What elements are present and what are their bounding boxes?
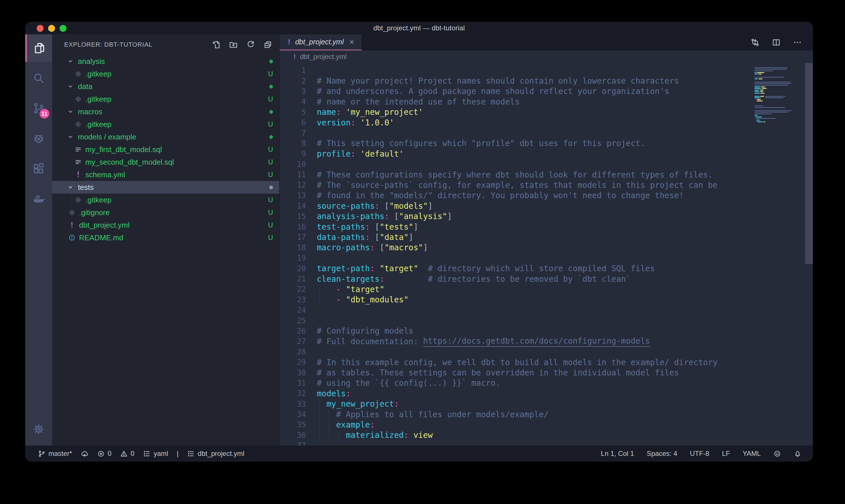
activity-docker-button[interactable]: [25, 185, 52, 212]
close-window-button[interactable]: [37, 25, 43, 32]
git-file-icon: [67, 210, 77, 215]
breadcrumb[interactable]: ! dbt_project.yml: [280, 50, 813, 63]
status-bell[interactable]: [794, 450, 802, 457]
code-line: 23 - "dbt_modules": [280, 295, 813, 305]
tree-item-label: .gitkeep: [85, 70, 111, 78]
status-git-branch[interactable]: master*: [38, 450, 72, 457]
split-editor-icon[interactable]: [772, 38, 781, 47]
tree-folder-macros[interactable]: macros: [52, 105, 279, 118]
line-number: 36: [280, 431, 306, 439]
collapse-folders-icon[interactable]: [263, 40, 272, 49]
status-warning[interactable]: 0: [120, 450, 134, 457]
code-line: 19: [280, 253, 813, 263]
tree-file--gitkeep[interactable]: .gitkeepU: [52, 194, 279, 206]
code-line: 17data-paths: ["data"]: [280, 232, 813, 242]
yaml-warning-icon: !: [67, 221, 77, 229]
activity-run-debug-button[interactable]: [25, 125, 52, 152]
line-number: 37: [280, 441, 306, 446]
tree-file--gitkeep[interactable]: .gitkeepU: [52, 93, 279, 105]
untracked-badge: U: [268, 234, 273, 242]
activity-search-button[interactable]: [25, 65, 52, 92]
indent-guide: [329, 409, 329, 419]
status-list-selection[interactable]: dbt_project.yml: [187, 450, 244, 457]
open-changes-icon[interactable]: [751, 38, 760, 47]
tree-file-readme-md[interactable]: README.mdU: [52, 231, 279, 244]
line-number: 23: [280, 295, 306, 304]
settings-icon: [32, 423, 45, 436]
code-line: 6version: '1.0.0': [280, 118, 813, 128]
line-number: 34: [280, 410, 306, 419]
activity-settings-button[interactable]: [25, 415, 52, 443]
tree-folder-models-example[interactable]: models / example: [52, 130, 279, 143]
status-list-selection[interactable]: yaml: [143, 450, 168, 457]
code-line: 35 example:: [280, 419, 813, 430]
workbench: 11 EXPLORER: DBT-TUTORIAL analysis.gitke…: [25, 34, 813, 446]
line-number: 5: [280, 108, 306, 116]
line-number: 11: [280, 170, 306, 179]
tree-item-label: macros: [78, 107, 102, 116]
tree-file-my-first-dbt-model-sql[interactable]: my_first_dbt_model.sqlU: [52, 143, 279, 156]
status-lf[interactable]: LF: [722, 450, 730, 457]
status-right: Ln 1, Col 1Spaces: 4UTF-8LFYAML: [601, 450, 802, 457]
tab-label: dbt_project.yml: [295, 38, 344, 46]
close-tab-icon[interactable]: ×: [349, 37, 354, 47]
line-number: 25: [280, 317, 306, 325]
extensions-icon: [32, 162, 45, 175]
status-error[interactable]: 0: [97, 450, 111, 457]
explorer-actions: [212, 40, 272, 49]
code-editor[interactable]: 12# Name your project! Project names sho…: [280, 63, 813, 446]
status-yaml[interactable]: YAML: [742, 450, 761, 457]
docker-icon: [32, 192, 45, 205]
title-bar: dbt_project.yml — dbt-tutorial: [25, 22, 813, 34]
line-number: 1: [280, 66, 306, 75]
line-number: 24: [280, 306, 306, 314]
tree-folder-tests[interactable]: tests: [52, 181, 279, 194]
activity-explorer-button[interactable]: [25, 34, 52, 62]
tree-item-label: .gitkeep: [85, 196, 111, 204]
code-line: 9profile: 'default': [280, 149, 813, 159]
code-line: 33 my_new_project:: [280, 399, 813, 409]
refresh-explorer-icon[interactable]: [246, 40, 255, 49]
tree-folder-data[interactable]: data: [52, 80, 279, 93]
status-cloud-upload[interactable]: [81, 450, 89, 457]
folder-dot-badge: [269, 185, 273, 189]
zoom-window-button[interactable]: [59, 25, 67, 32]
line-number: 14: [280, 202, 306, 210]
error-icon: [97, 450, 105, 457]
tree-file-dbt-project-yml[interactable]: !dbt_project.ymlU: [52, 219, 279, 231]
activity-extensions-button[interactable]: [25, 155, 52, 182]
code-line: 37: [280, 440, 813, 446]
tab-bar: ! dbt_project.yml ×: [280, 34, 813, 50]
activity-source-control-button[interactable]: 11: [25, 94, 52, 122]
tree-file-schema-yml[interactable]: !schema.ymlU: [52, 168, 279, 181]
tree-file--gitkeep[interactable]: .gitkeepU: [52, 68, 279, 80]
untracked-badge: U: [268, 196, 273, 204]
chevron-down-icon: [67, 83, 76, 90]
status-smiley[interactable]: [773, 450, 781, 457]
tree-folder-analysis[interactable]: analysis: [52, 55, 279, 68]
new-file-icon[interactable]: [212, 40, 221, 49]
code-line: 11# These configurations specify where d…: [280, 169, 813, 180]
minimap[interactable]: [754, 65, 800, 124]
status-spaces-4[interactable]: Spaces: 4: [647, 450, 678, 457]
editor-scrollbar[interactable]: [805, 63, 813, 264]
line-number: 18: [280, 244, 306, 252]
tree-item-label: tests: [78, 183, 94, 192]
line-number: 30: [280, 368, 306, 377]
line-number: 17: [280, 233, 306, 241]
tree-file-my-second-dbt-model-sql[interactable]: my_second_dbt_model.sqlU: [52, 156, 279, 168]
minimize-window-button[interactable]: [48, 25, 55, 32]
code-line: 28: [280, 347, 813, 357]
sql-file-icon: [73, 158, 83, 166]
tree-item-label: .gitignore: [79, 208, 110, 217]
new-folder-icon[interactable]: [229, 40, 238, 49]
line-number: 8: [280, 139, 306, 148]
breadcrumb-filename: dbt_project.yml: [300, 53, 347, 61]
more-actions-icon[interactable]: [793, 38, 802, 47]
tree-file--gitkeep[interactable]: .gitkeepU: [52, 118, 279, 130]
tab-dbt-project-yml[interactable]: ! dbt_project.yml ×: [280, 34, 362, 50]
status-utf-8[interactable]: UTF-8: [690, 450, 709, 457]
status-ln-1-col-1[interactable]: Ln 1, Col 1: [601, 450, 634, 457]
tree-file--gitignore[interactable]: .gitignoreU: [52, 206, 279, 219]
line-number: 13: [280, 191, 306, 200]
